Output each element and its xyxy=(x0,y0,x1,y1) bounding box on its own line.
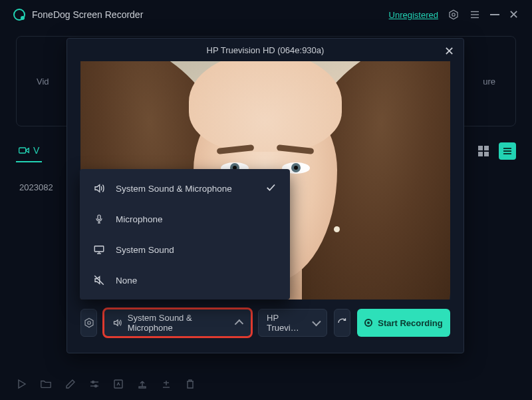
modal-header: HP Truevision HD (064e:930a) ✕ xyxy=(67,39,464,61)
audio-option-label: None xyxy=(116,276,137,286)
audio-option-none[interactable]: None xyxy=(80,265,290,296)
svg-marker-26 xyxy=(114,320,118,326)
svg-point-25 xyxy=(87,321,90,325)
check-icon xyxy=(265,182,277,196)
audio-option-microphone[interactable]: Microphone xyxy=(80,204,290,234)
svg-rect-19 xyxy=(114,380,122,388)
trash-icon[interactable] xyxy=(185,379,196,389)
minimize-button[interactable] xyxy=(490,14,499,15)
camera-device-label: HP Truevi… xyxy=(267,313,307,333)
svg-marker-0 xyxy=(450,10,458,19)
webcam-settings-button[interactable] xyxy=(80,309,97,337)
modal-close-button[interactable]: ✕ xyxy=(444,44,454,59)
svg-rect-28 xyxy=(98,215,100,220)
audio-source-selector[interactable]: System Sound & Microphone xyxy=(104,309,251,337)
audio-option-system-sound[interactable]: System Sound xyxy=(80,234,290,265)
grid-view-button[interactable] xyxy=(475,142,492,160)
modal-controls: System Sound & Microphone HP Truevi… Sta… xyxy=(67,300,464,346)
svg-marker-27 xyxy=(95,185,100,192)
camera-device-selector[interactable]: HP Truevi… xyxy=(258,309,327,337)
add-icon[interactable] xyxy=(161,379,172,389)
gear-icon xyxy=(83,317,95,329)
svg-marker-14 xyxy=(19,380,25,388)
svg-rect-20 xyxy=(139,387,146,388)
audio-source-label: System Sound & Microphone xyxy=(128,313,231,333)
record-icon xyxy=(364,319,372,327)
app-title: FoneDog Screen Recorder xyxy=(32,9,143,20)
title-left: FoneDog Screen Recorder xyxy=(13,9,143,21)
folder-icon[interactable] xyxy=(40,379,52,389)
chevron-up-icon xyxy=(234,319,243,329)
panel-right-text: ure xyxy=(483,77,495,87)
svg-rect-5 xyxy=(19,148,26,153)
audio-option-system-and-mic[interactable]: System Sound & Microphone xyxy=(80,173,290,204)
panel-left-text: Vid xyxy=(37,77,49,87)
refresh-icon xyxy=(336,317,348,329)
svg-marker-24 xyxy=(85,318,93,327)
unregistered-link[interactable]: Unregistered xyxy=(389,10,438,20)
modal-title: HP Truevision HD (064e:930a) xyxy=(207,45,325,55)
start-recording-label: Start Recording xyxy=(378,318,443,328)
svg-rect-31 xyxy=(94,246,104,252)
upload-icon[interactable] xyxy=(137,379,148,389)
svg-rect-7 xyxy=(478,146,483,150)
settings-icon[interactable] xyxy=(448,9,460,21)
mute-icon xyxy=(93,274,105,286)
list-view-button[interactable] xyxy=(499,142,516,160)
audio-option-label: System Sound & Microphone xyxy=(116,184,232,194)
adjust-icon[interactable] xyxy=(89,379,100,389)
tab-video[interactable]: V xyxy=(16,140,42,162)
svg-point-1 xyxy=(452,13,456,17)
menu-icon[interactable] xyxy=(469,9,481,21)
monitor-icon xyxy=(93,244,105,255)
audio-source-dropdown: System Sound & Microphone Microphone Sys… xyxy=(80,169,290,300)
play-icon[interactable] xyxy=(16,379,27,389)
speaker-icon xyxy=(93,182,105,194)
speaker-icon xyxy=(112,317,122,328)
mic-icon xyxy=(93,213,105,225)
svg-rect-10 xyxy=(484,152,489,156)
start-recording-button[interactable]: Start Recording xyxy=(357,309,450,337)
audio-option-label: Microphone xyxy=(116,214,163,224)
refresh-button[interactable] xyxy=(334,309,350,337)
tab-video-label: V xyxy=(33,145,39,156)
bottom-toolbar xyxy=(16,379,516,389)
title-right: Unregistered ✕ xyxy=(389,7,519,22)
svg-rect-9 xyxy=(478,152,483,156)
edit-icon[interactable] xyxy=(65,379,76,389)
title-icons: ✕ xyxy=(448,7,519,22)
chevron-down-icon xyxy=(312,317,321,326)
close-app-button[interactable]: ✕ xyxy=(509,7,519,22)
convert-icon[interactable] xyxy=(113,379,124,389)
svg-rect-8 xyxy=(484,146,489,150)
app-logo xyxy=(13,9,25,21)
svg-marker-6 xyxy=(26,148,29,153)
audio-option-label: System Sound xyxy=(116,245,174,255)
title-bar: FoneDog Screen Recorder Unregistered ✕ xyxy=(0,0,532,29)
